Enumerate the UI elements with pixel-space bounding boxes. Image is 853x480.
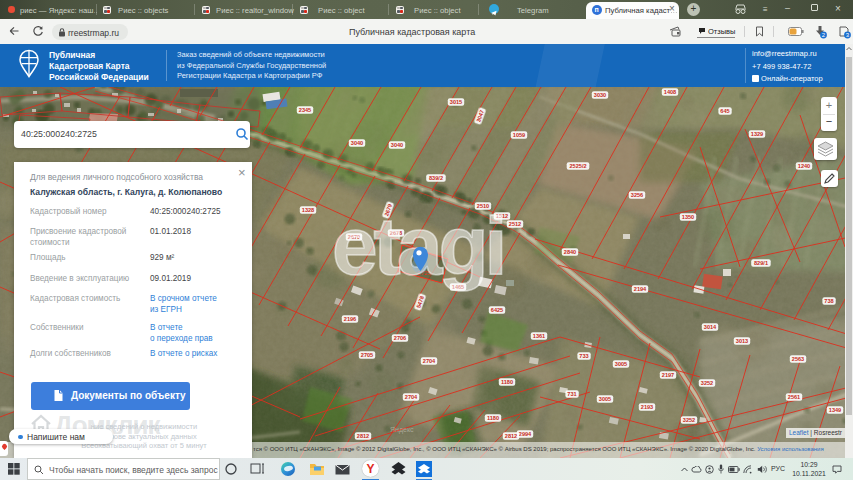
svg-text:3040: 3040 xyxy=(391,142,403,148)
svg-text:3013: 3013 xyxy=(736,338,748,344)
svg-text:1408: 1408 xyxy=(664,89,676,95)
svg-text:3005: 3005 xyxy=(615,361,627,367)
svg-text:1329: 1329 xyxy=(751,131,763,137)
svg-text:2525/2: 2525/2 xyxy=(569,163,586,169)
svg-text:3252: 3252 xyxy=(683,417,695,423)
svg-text:2705: 2705 xyxy=(361,352,373,358)
svg-text:etagi: etagi xyxy=(332,200,503,291)
svg-text:2345: 2345 xyxy=(299,107,311,113)
svg-text:2704: 2704 xyxy=(405,394,418,400)
svg-text:645: 645 xyxy=(720,108,729,114)
svg-text:2812: 2812 xyxy=(505,433,517,439)
svg-text:733: 733 xyxy=(579,353,588,359)
svg-text:2197: 2197 xyxy=(662,372,674,378)
svg-text:839/2: 839/2 xyxy=(429,175,443,181)
svg-text:2994: 2994 xyxy=(519,431,532,437)
svg-text:738: 738 xyxy=(824,298,833,304)
svg-text:1328: 1328 xyxy=(302,207,314,213)
svg-text:3015: 3015 xyxy=(450,99,462,105)
svg-text:3005: 3005 xyxy=(599,396,611,402)
svg-text:1349: 1349 xyxy=(829,407,841,413)
svg-text:2194: 2194 xyxy=(634,286,647,292)
svg-text:829/1: 829/1 xyxy=(754,260,768,266)
svg-text:731: 731 xyxy=(567,391,576,397)
svg-text:2812: 2812 xyxy=(357,433,369,439)
svg-text:3040: 3040 xyxy=(351,140,363,146)
svg-text:2706: 2706 xyxy=(394,335,406,341)
svg-text:2193: 2193 xyxy=(641,404,653,410)
svg-text:2704: 2704 xyxy=(423,358,436,364)
svg-text:1240: 1240 xyxy=(798,163,810,169)
svg-text:2563: 2563 xyxy=(792,356,804,362)
svg-text:3252: 3252 xyxy=(701,380,713,386)
svg-text:1180: 1180 xyxy=(487,415,499,421)
svg-text:3030: 3030 xyxy=(594,92,606,98)
svg-text:1361: 1361 xyxy=(533,333,545,339)
svg-text:2561: 2561 xyxy=(788,394,800,400)
svg-text:2512: 2512 xyxy=(509,221,521,227)
svg-text:Яндекс: Яндекс xyxy=(390,426,414,434)
svg-text:1350: 1350 xyxy=(682,214,694,220)
svg-text:3256: 3256 xyxy=(631,192,643,198)
svg-text:1180: 1180 xyxy=(501,379,513,385)
svg-text:2196: 2196 xyxy=(344,316,356,322)
svg-text:6425: 6425 xyxy=(491,307,503,313)
svg-text:1059: 1059 xyxy=(513,132,525,138)
svg-text:3014: 3014 xyxy=(704,324,717,330)
svg-text:2840: 2840 xyxy=(564,249,576,255)
